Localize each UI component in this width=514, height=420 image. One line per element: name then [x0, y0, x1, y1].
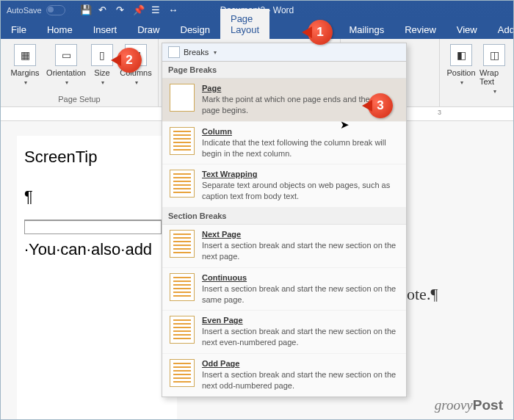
orientation-icon: ▭ [55, 44, 77, 66]
text-wrap-break-icon [170, 170, 195, 198]
doc-paragraph-mark[interactable]: ¶ [24, 187, 170, 206]
breaks-menu: Breaks▾ Page Breaks PageMark the point a… [162, 43, 407, 397]
margins-button[interactable]: ▦Margins▾ [5, 41, 45, 89]
doc-text-screentip[interactable]: ScreenTip [24, 148, 170, 167]
tab-file[interactable]: File [1, 20, 37, 39]
page-break-icon [170, 84, 195, 112]
annotation-marker-1: 1 [308, 20, 333, 45]
breaks-icon [168, 46, 180, 58]
margins-icon: ▦ [14, 44, 36, 66]
position-button[interactable]: ◧Position▾ [444, 41, 478, 98]
group-page-setup: Page Setup [5, 93, 153, 105]
tab-view[interactable]: View [446, 20, 488, 39]
annotation-marker-3: 3 [368, 93, 393, 118]
position-icon: ◧ [450, 44, 472, 66]
doc-text-line[interactable]: ·You·can·also·add [24, 240, 170, 259]
menu-item-column[interactable]: ColumnIndicate that the text following t… [162, 122, 406, 165]
autosave-label: AutoSave [7, 6, 42, 15]
tab-page-layout[interactable]: Page Layout [220, 9, 269, 39]
list-icon[interactable]: ☰ [151, 5, 161, 15]
breaks-button[interactable]: Breaks▾ [162, 43, 406, 62]
doc-text-tail[interactable]: ote.¶ [407, 285, 438, 304]
wrap-text-button[interactable]: ◫Wrap Text▾ [479, 41, 509, 98]
tab-mailings[interactable]: Mailings [339, 20, 394, 39]
column-break-icon [170, 127, 195, 155]
tab-review[interactable]: Review [394, 20, 446, 39]
watermark: groovyPost [435, 397, 503, 413]
menu-header-section-breaks: Section Breaks [162, 208, 406, 225]
tab-addins[interactable]: Add- [488, 20, 514, 39]
doc-table[interactable] [24, 220, 162, 234]
ribbon-tabs: File Home Insert Draw Design Page Layout… [1, 20, 513, 39]
undo-icon[interactable]: ↶ [98, 5, 108, 15]
annotation-marker-2: 2 [117, 48, 142, 73]
save-icon[interactable]: 💾 [80, 5, 90, 15]
cursor-icon: ➤ [340, 118, 350, 131]
menu-item-next-page[interactable]: Next PageInsert a section break and star… [162, 225, 406, 268]
redo-icon[interactable]: ↷ [115, 5, 126, 15]
menu-header-page-breaks: Page Breaks [162, 62, 406, 79]
odd-page-break-icon [170, 359, 195, 387]
menu-item-odd-page[interactable]: Odd PageInsert a section break and start… [162, 354, 406, 397]
arrow-icon[interactable]: ↔ [168, 5, 178, 15]
wrap-icon: ◫ [483, 44, 505, 66]
next-page-break-icon [170, 230, 195, 258]
toggle-off-icon[interactable] [46, 5, 65, 15]
tab-home[interactable]: Home [37, 20, 83, 39]
tab-draw[interactable]: Draw [127, 20, 170, 39]
menu-item-continuous[interactable]: ContinuousInsert a section break and sta… [162, 268, 406, 311]
menu-item-even-page[interactable]: Even PageInsert a section break and star… [162, 311, 406, 354]
tab-design[interactable]: Design [170, 20, 220, 39]
pin-icon[interactable]: 📌 [133, 5, 143, 15]
tab-insert[interactable]: Insert [83, 20, 128, 39]
even-page-break-icon [170, 316, 195, 344]
continuous-break-icon [170, 273, 195, 301]
menu-item-text-wrapping[interactable]: Text WrappingSeparate text around object… [162, 164, 406, 208]
autosave-toggle[interactable]: AutoSave [7, 5, 65, 15]
orientation-button[interactable]: ▭Orientation▾ [46, 41, 86, 89]
